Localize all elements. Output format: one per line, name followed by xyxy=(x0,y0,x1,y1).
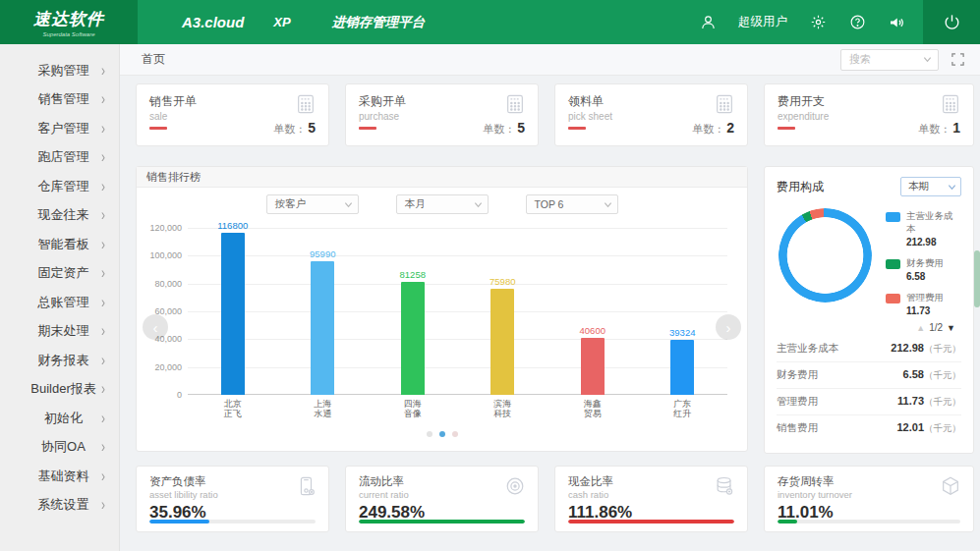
carousel-next-button[interactable]: › xyxy=(716,314,741,340)
chevron-right-icon: › xyxy=(101,410,105,427)
gridline xyxy=(188,339,727,340)
sidebar-item[interactable]: 现金往来› xyxy=(0,201,119,231)
sidebar-item[interactable]: 基础资料› xyxy=(0,462,119,491)
chevron-right-icon: › xyxy=(101,438,105,456)
chart-filters: 按客户 本月 TOP 6 xyxy=(137,194,747,214)
expense-panel-title: 费用构成 xyxy=(777,179,824,195)
expense-row: 管理费用11.73（千元） xyxy=(777,388,961,414)
dashboard-content: 销售开单sale单数：5采购开单purchase单数：5领料单pick shee… xyxy=(120,76,980,551)
bar-3[interactable]: 81258 xyxy=(401,282,425,395)
stat-card[interactable]: 费用开支expenditure单数：1 xyxy=(764,83,974,146)
filter-by-customer[interactable]: 按客户 xyxy=(266,194,359,214)
sales-ranking-panel: 销售排行榜 按客户 本月 TOP 6 xyxy=(136,166,748,452)
bar-6[interactable]: 39324 xyxy=(670,340,694,395)
expense-row-value: 12.01（千元） xyxy=(896,421,961,435)
expense-row-value: 11.73（千元） xyxy=(897,395,961,409)
help-icon[interactable] xyxy=(848,14,866,31)
legend-item[interactable]: 管理费用11.73 xyxy=(886,292,961,316)
sidebar-item[interactable]: 采购管理› xyxy=(0,56,119,85)
kpi-card[interactable]: 现金比率cash ratio111.86% xyxy=(554,466,748,532)
chevron-right-icon: › xyxy=(101,62,105,80)
legend-item[interactable]: 财务费用6.58 xyxy=(886,257,961,282)
kpi-card[interactable]: 存货周转率inventory turnover11.01% xyxy=(764,466,974,532)
bar-2[interactable]: 95990 xyxy=(311,261,334,395)
logout-power-button[interactable] xyxy=(923,0,980,44)
kpi-progress-track xyxy=(359,520,525,523)
x-axis-category-label: 广东红升 xyxy=(638,399,728,419)
page-up-icon[interactable]: ▲ xyxy=(916,323,925,333)
trend-dash xyxy=(359,127,376,130)
legend-item[interactable]: 主营业务成本212.98 xyxy=(886,210,961,248)
sidebar-item[interactable]: 智能看板› xyxy=(0,230,119,259)
bar-chart: 020,00040,00060,00080,000100,000120,0001… xyxy=(188,228,727,395)
sidebar-item[interactable]: 销售管理› xyxy=(0,85,119,115)
sidebar-item[interactable]: 总账管理› xyxy=(0,288,119,317)
kpi-card[interactable]: 流动比率current ratio249.58% xyxy=(345,466,539,532)
kpi-progress-track xyxy=(568,520,734,523)
settings-gear-icon[interactable] xyxy=(809,14,827,31)
filter-period-value: 本月 xyxy=(405,197,474,211)
chevron-down-icon xyxy=(948,183,956,192)
expense-row-unit: （千元） xyxy=(924,369,961,380)
scrollbar-thumb[interactable] xyxy=(974,250,980,307)
sidebar-item[interactable]: 固定资产› xyxy=(0,259,119,289)
stat-card-row: 销售开单sale单数：5采购开单purchase单数：5领料单pick shee… xyxy=(136,83,974,146)
main-area: 首页 搜索 销售开单sale单数：5采购开单purchase单数：5领料单pic… xyxy=(120,44,980,551)
expense-row-name: 销售费用 xyxy=(777,421,818,435)
carousel-prev-button[interactable]: ‹ xyxy=(143,314,168,340)
stat-card[interactable]: 销售开单sale单数：5 xyxy=(136,83,329,146)
sidebar-item[interactable]: 跑店管理› xyxy=(0,143,119,173)
stat-card[interactable]: 领料单pick sheet单数：2 xyxy=(554,83,748,146)
sidebar-item[interactable]: 期末处理› xyxy=(0,317,119,347)
filter-period[interactable]: 本月 xyxy=(396,194,489,214)
filter-top-n[interactable]: TOP 6 xyxy=(526,194,618,214)
sidebar-item-label: 客户管理 xyxy=(26,120,101,138)
bar-4[interactable]: 75980 xyxy=(490,289,514,395)
current-user[interactable]: 超级用户 xyxy=(738,14,787,30)
kpi-card[interactable]: 资产负债率asset libility ratio35.96% xyxy=(136,466,329,532)
sidebar-item[interactable]: 客户管理› xyxy=(0,114,119,143)
kpi-progress-fill xyxy=(149,520,209,523)
expense-row-name: 主营业务成本 xyxy=(777,342,838,356)
sidebar-item[interactable]: 财务报表› xyxy=(0,346,119,375)
user-icon[interactable] xyxy=(699,14,717,31)
x-axis-category-label: 滨海科技 xyxy=(458,399,548,419)
chevron-down-icon xyxy=(344,200,353,209)
sidebar-item[interactable]: 系统设置› xyxy=(0,491,119,521)
speaker-icon[interactable] xyxy=(888,14,905,31)
kpi-progress-track xyxy=(778,520,960,523)
y-axis-tick-label: 20,000 xyxy=(154,362,182,372)
fullscreen-icon[interactable] xyxy=(951,52,966,68)
tab-bar: 首页 搜索 xyxy=(120,44,980,76)
sales-panel-title: 销售排行榜 xyxy=(137,167,747,188)
stat-card-count: 单数：5 xyxy=(273,120,316,137)
kpi-progress-fill xyxy=(359,520,525,523)
sidebar-item-label: 现金往来 xyxy=(26,206,101,224)
carousel-dot[interactable] xyxy=(427,431,432,437)
expense-row: 财务费用6.58（千元） xyxy=(777,361,961,388)
sidebar-item[interactable]: 仓库管理› xyxy=(0,172,119,201)
expense-pager: ▲ 1/2 ▼ xyxy=(777,322,961,333)
page-down-icon[interactable]: ▼ xyxy=(947,323,955,333)
kpi-title: 流动比率 xyxy=(359,474,525,489)
chevron-down-icon xyxy=(474,200,483,209)
app-window: 速达软件 Superdata Software A3.cloud XP 进销存管… xyxy=(0,0,980,551)
bar-1[interactable]: 116800 xyxy=(221,233,245,395)
sidebar-item-label: 仓库管理 xyxy=(26,178,101,195)
carousel-dot[interactable] xyxy=(452,431,458,437)
search-input[interactable]: 搜索 xyxy=(840,49,939,71)
carousel-dot[interactable] xyxy=(439,431,445,437)
sidebar-item[interactable]: Builder报表› xyxy=(0,375,119,405)
bar-value-label: 39324 xyxy=(669,327,695,338)
expense-period-select[interactable]: 本期 xyxy=(900,177,961,196)
stat-card[interactable]: 采购开单purchase单数：5 xyxy=(345,83,539,146)
sidebar-item-label: 跑店管理 xyxy=(26,148,101,166)
logo-subtitle: Superdata Software xyxy=(42,31,94,37)
kpi-progress-fill xyxy=(778,520,797,523)
sidebar-item[interactable]: 初始化› xyxy=(0,404,119,433)
tab-home[interactable]: 首页 xyxy=(142,51,165,68)
chevron-right-icon: › xyxy=(101,496,105,514)
sidebar-item[interactable]: 协同OA› xyxy=(0,433,119,463)
bar-5[interactable]: 40600 xyxy=(581,338,605,395)
coins-icon xyxy=(714,475,735,501)
